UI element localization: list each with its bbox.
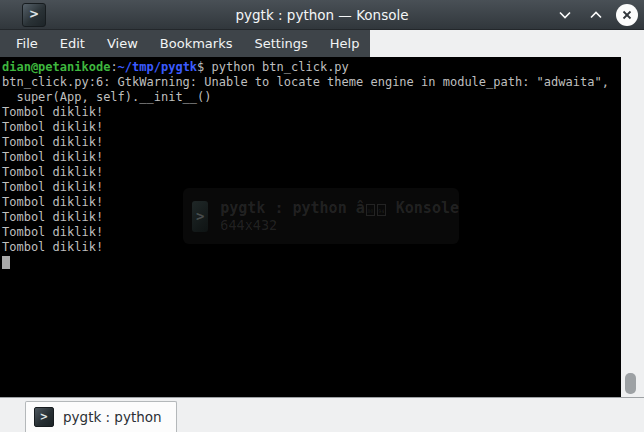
prompt-colon: : [110, 60, 117, 74]
output-line: Tombol diklik! [2, 165, 621, 180]
output-line: Tombol diklik! [2, 135, 621, 150]
prompt-line: dian@petanikode:~/tmp/pygtk$ python btn_… [2, 60, 621, 75]
prompt-user-host: dian@petanikode [2, 60, 110, 74]
konsole-tab-icon: > [34, 407, 54, 427]
missing-glyph-box: 94 [377, 204, 386, 216]
output-line: Tombol diklik! [2, 150, 621, 165]
osd-window-size: 644x432 [220, 217, 459, 234]
chevron-down-icon [558, 10, 572, 20]
chevron-up-icon [589, 10, 603, 20]
tab-label: pygtk : python [63, 409, 162, 425]
gtk-warning-line: btn_click.py:6: GtkWarning: Unable to lo… [2, 75, 621, 90]
window-controls [554, 0, 638, 30]
prompt-glyph: > [40, 412, 48, 422]
terminal-output[interactable]: dian@petanikode:~/tmp/pygtk$ python btn_… [0, 57, 621, 397]
konsole-osd-icon: > [192, 201, 208, 232]
scrollbar-thumb[interactable] [625, 373, 636, 394]
osd-text: pygtk : python â8094 Konsole 644x432 [220, 199, 459, 234]
close-button[interactable] [616, 4, 638, 26]
osd-title-prefix: pygtk : python â [220, 199, 365, 217]
output-line: Tombol diklik! [2, 105, 621, 120]
menu-item-file[interactable]: File [5, 30, 49, 57]
konsole-window: > pygtk : python — Konsole [0, 0, 644, 432]
missing-glyph-box: 80 [366, 204, 375, 216]
maximize-button[interactable] [585, 4, 607, 26]
menu-item-bookmarks[interactable]: Bookmarks [149, 30, 244, 57]
menubar: File Edit View Bookmarks Settings Help [0, 30, 644, 57]
window-title: pygtk : python — Konsole [0, 7, 644, 23]
menu-item-edit[interactable]: Edit [49, 30, 96, 57]
titlebar[interactable]: > pygtk : python — Konsole [0, 0, 644, 30]
menubar-spacer [370, 30, 644, 57]
terminal-cursor [2, 256, 10, 269]
menu-item-settings[interactable]: Settings [243, 30, 318, 57]
menu-item-help[interactable]: Help [319, 30, 371, 57]
output-line: Tombol diklik! [2, 120, 621, 135]
close-icon [621, 9, 633, 21]
tab-pygtk-python[interactable]: > pygtk : python [25, 401, 177, 432]
tabbar: > pygtk : python [0, 397, 644, 432]
menu-item-view[interactable]: View [96, 30, 149, 57]
minimize-button[interactable] [554, 4, 576, 26]
resize-osd-overlay: > pygtk : python â8094 Konsole 644x432 [183, 188, 459, 244]
terminal-row: dian@petanikode:~/tmp/pygtk$ python btn_… [0, 57, 644, 397]
osd-title-suffix: Konsole [387, 199, 459, 217]
osd-window-title: pygtk : python â8094 Konsole [220, 199, 459, 217]
menubar-items: File Edit View Bookmarks Settings Help [0, 30, 370, 57]
prompt-path: ~/tmp/pygtk [118, 60, 197, 74]
prompt-command: $ python btn_click.py [197, 60, 349, 74]
scrollbar[interactable] [621, 57, 644, 397]
traceback-line: super(App, self).__init__() [2, 90, 621, 105]
